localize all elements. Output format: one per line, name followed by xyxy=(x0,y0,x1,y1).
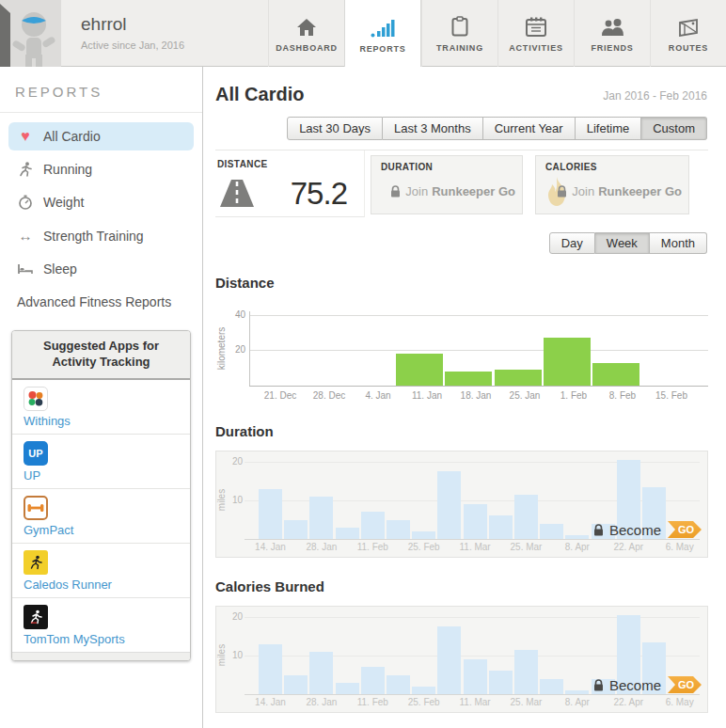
app-link[interactable]: UP xyxy=(24,468,179,483)
become-go-overlay[interactable]: Become GO xyxy=(593,676,702,693)
report-menu: ♥ All Cardio Running Weight ↔ Strength T… xyxy=(0,122,202,316)
chart-bar xyxy=(284,520,308,540)
chart-part: 18. Jan xyxy=(451,390,500,401)
user-info: ehrrol Active since Jan, 2016 xyxy=(62,0,268,67)
chart-bar xyxy=(361,667,385,694)
chart-part: 25. Mar xyxy=(502,542,551,552)
become-text: Become xyxy=(609,677,661,693)
tab-reports[interactable]: REPORTS xyxy=(344,0,421,68)
chart-bar xyxy=(437,471,461,539)
avatar[interactable] xyxy=(0,0,61,67)
chart-bar xyxy=(544,338,591,386)
go-badge[interactable]: GO xyxy=(668,676,702,693)
caledos-runner-icon xyxy=(24,550,48,575)
app-item-up: UP UP xyxy=(12,435,190,489)
product-text: Runkeeper Go xyxy=(598,184,682,198)
distance-chart: kilometers204021. Dec28. Dec4. Jan11. Ja… xyxy=(215,304,708,403)
distance-stat-label: DISTANCE xyxy=(215,159,364,169)
sidebar-item-running[interactable]: Running xyxy=(8,155,194,183)
calories-stat-label: CALORIES xyxy=(544,162,681,172)
sidebar-item-label: Advanced Fitness Reports xyxy=(17,294,171,309)
chart-bar xyxy=(565,535,589,539)
app-link[interactable]: GymPact xyxy=(24,523,179,537)
tab-label: FRIENDS xyxy=(591,43,633,53)
chart-part: 20 xyxy=(224,456,243,467)
chart-part: 1. Feb xyxy=(549,390,598,401)
duration-stat-label: DURATION xyxy=(379,162,514,172)
chart-bar xyxy=(592,363,639,386)
go-badge[interactable]: GO xyxy=(668,521,702,538)
chart-part: 25. Feb xyxy=(400,542,449,552)
duration-upsell[interactable]: Join Runkeeper Go xyxy=(390,184,515,198)
chart-bar xyxy=(387,520,410,540)
become-go-overlay[interactable]: Become GO xyxy=(593,521,702,538)
tab-label: TRAINING xyxy=(436,43,483,53)
app-link[interactable]: Caledos Runner xyxy=(24,578,179,592)
primary-tabs: DASHBOARD REPORTS TRAINING xyxy=(268,0,726,67)
friends-icon xyxy=(600,14,624,37)
road-icon xyxy=(219,178,255,208)
lock-icon xyxy=(557,185,567,198)
sidebar-item-label: Sleep xyxy=(43,261,77,277)
chart-part: 28. Jan xyxy=(297,697,346,707)
chart-part: 8. Apr xyxy=(553,697,602,707)
custom-button[interactable]: Custom xyxy=(641,117,707,140)
current-year-button[interactable]: Current Year xyxy=(483,117,576,140)
chart-part: 8. Apr xyxy=(553,542,602,552)
sidebar-item-sleep[interactable]: Sleep xyxy=(8,255,194,283)
gauge-icon xyxy=(17,195,34,210)
chart-part: 28. Dec xyxy=(305,390,354,401)
chart-part: kilometers xyxy=(216,319,227,379)
chart-bar xyxy=(412,531,435,539)
distance-value: 75.2 xyxy=(291,176,347,212)
week-button[interactable]: Week xyxy=(595,232,650,254)
app-link[interactable]: Withings xyxy=(24,414,179,428)
calories-section-title: Calories Burned xyxy=(215,578,726,594)
chart-part xyxy=(249,311,250,386)
chart-part: 4. Jan xyxy=(354,390,402,401)
chart-part: 6. May xyxy=(655,542,704,552)
calories-chart-locked: Become GO miles102014. Jan28. Jan11. Feb… xyxy=(215,606,708,713)
map-icon xyxy=(677,14,700,37)
summary-stats-row: DISTANCE 75.2 DURATION Join Runkeeper Go… xyxy=(215,150,708,217)
lock-icon xyxy=(593,524,604,536)
tab-friends[interactable]: FRIENDS xyxy=(574,0,650,67)
distance-section-title: Distance xyxy=(215,275,726,291)
chart-part: 14. Jan xyxy=(246,697,295,707)
app-item-caledos-runner: Caledos Runner xyxy=(12,544,190,598)
tab-routes[interactable]: ROUTES xyxy=(650,0,726,67)
bar-chart-icon xyxy=(371,15,395,38)
tab-training[interactable]: TRAINING xyxy=(421,0,497,67)
day-button[interactable]: Day xyxy=(549,232,595,254)
app-item-gympact: GymPact xyxy=(12,489,190,544)
chart-bar xyxy=(387,675,410,695)
chart-bar xyxy=(464,659,487,694)
sidebar-item-all-cardio[interactable]: ♥ All Cardio xyxy=(8,122,194,150)
chart-part: 20 xyxy=(224,611,243,622)
calories-upsell[interactable]: Join Runkeeper Go xyxy=(557,184,682,198)
sidebar-item-weight[interactable]: Weight xyxy=(8,188,194,216)
tab-activities[interactable]: ACTIVITIES xyxy=(497,0,574,67)
chart-bar xyxy=(489,515,513,539)
calories-stat-tile: CALORIES Join Runkeeper Go xyxy=(535,155,689,214)
chart-bar xyxy=(361,512,385,539)
username: ehrrol xyxy=(81,14,268,35)
chart-part: 22. Apr xyxy=(604,542,653,552)
chart-part xyxy=(245,539,700,540)
sidebar-item-advanced-fitness-reports[interactable]: Advanced Fitness Reports xyxy=(8,288,194,316)
last-30-days-button[interactable]: Last 30 Days xyxy=(287,117,383,140)
sidebar-item-label: Strength Training xyxy=(43,229,144,244)
tab-dashboard[interactable]: DASHBOARD xyxy=(268,0,344,67)
chart-part: 40 xyxy=(227,309,245,320)
sidebar-item-strength-training[interactable]: ↔ Strength Training xyxy=(8,221,194,250)
lifetime-button[interactable]: Lifetime xyxy=(576,117,642,140)
chart-part: 28. Jan xyxy=(297,542,346,552)
heart-icon: ♥ xyxy=(17,130,34,143)
home-icon xyxy=(296,14,317,37)
app-link[interactable]: TomTom MySports xyxy=(24,632,179,646)
last-3-months-button[interactable]: Last 3 Months xyxy=(383,117,483,140)
duration-section-title: Duration xyxy=(215,423,726,439)
month-button[interactable]: Month xyxy=(650,232,707,254)
clipboard-icon xyxy=(451,14,468,37)
app-item-withings: Withings xyxy=(12,380,190,435)
